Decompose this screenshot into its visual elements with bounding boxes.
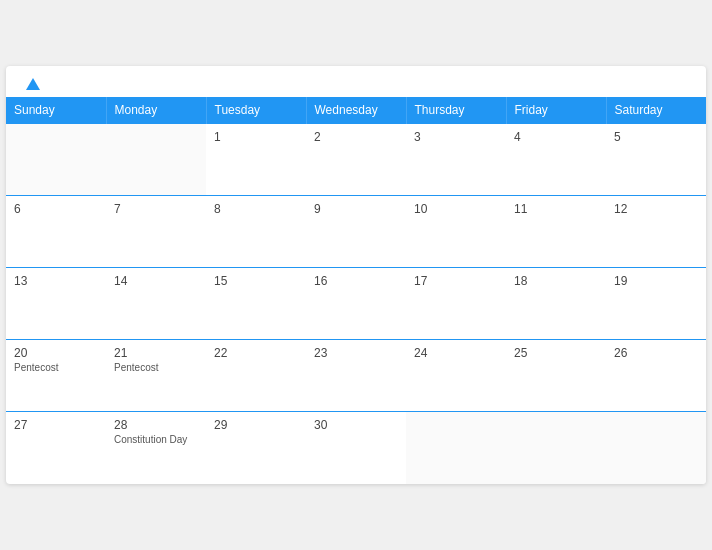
weekday-header-sunday: Sunday xyxy=(6,97,106,124)
calendar-cell: 12 xyxy=(606,196,706,268)
calendar-cell: 3 xyxy=(406,124,506,196)
calendar-table: SundayMondayTuesdayWednesdayThursdayFrid… xyxy=(6,97,706,484)
day-number: 13 xyxy=(14,274,98,288)
calendar-cell: 17 xyxy=(406,268,506,340)
calendar-cell: 11 xyxy=(506,196,606,268)
day-number: 24 xyxy=(414,346,498,360)
day-number: 8 xyxy=(214,202,298,216)
day-number: 12 xyxy=(614,202,698,216)
weekday-header-row: SundayMondayTuesdayWednesdayThursdayFrid… xyxy=(6,97,706,124)
day-number: 28 xyxy=(114,418,198,432)
calendar-cell: 6 xyxy=(6,196,106,268)
calendar-cell xyxy=(606,412,706,484)
weekday-header-monday: Monday xyxy=(106,97,206,124)
day-number: 16 xyxy=(314,274,398,288)
calendar-thead: SundayMondayTuesdayWednesdayThursdayFrid… xyxy=(6,97,706,124)
day-number: 18 xyxy=(514,274,598,288)
calendar-cell: 19 xyxy=(606,268,706,340)
weekday-header-wednesday: Wednesday xyxy=(306,97,406,124)
calendar-cell: 28Constitution Day xyxy=(106,412,206,484)
calendar-cell: 22 xyxy=(206,340,306,412)
day-number: 21 xyxy=(114,346,198,360)
logo-blue-text xyxy=(22,78,40,89)
day-number: 9 xyxy=(314,202,398,216)
day-number: 7 xyxy=(114,202,198,216)
calendar-cell: 1 xyxy=(206,124,306,196)
day-number: 20 xyxy=(14,346,98,360)
calendar-cell: 30 xyxy=(306,412,406,484)
week-row-1: 12345 xyxy=(6,124,706,196)
calendar-cell: 20Pentecost xyxy=(6,340,106,412)
day-number: 6 xyxy=(14,202,98,216)
day-number: 17 xyxy=(414,274,498,288)
day-number: 14 xyxy=(114,274,198,288)
week-row-2: 6789101112 xyxy=(6,196,706,268)
calendar-cell: 29 xyxy=(206,412,306,484)
calendar-cell: 13 xyxy=(6,268,106,340)
holiday-label: Pentecost xyxy=(14,362,98,373)
calendar-cell: 21Pentecost xyxy=(106,340,206,412)
holiday-label: Constitution Day xyxy=(114,434,198,445)
day-number: 27 xyxy=(14,418,98,432)
day-number: 22 xyxy=(214,346,298,360)
calendar-cell: 9 xyxy=(306,196,406,268)
logo-triangle-icon xyxy=(26,78,40,90)
calendar-cell: 14 xyxy=(106,268,206,340)
day-number: 1 xyxy=(214,130,298,144)
calendar-cell: 8 xyxy=(206,196,306,268)
calendar-cell: 4 xyxy=(506,124,606,196)
calendar-cell: 16 xyxy=(306,268,406,340)
day-number: 3 xyxy=(414,130,498,144)
weekday-header-thursday: Thursday xyxy=(406,97,506,124)
calendar: SundayMondayTuesdayWednesdayThursdayFrid… xyxy=(6,66,706,484)
day-number: 5 xyxy=(614,130,698,144)
week-row-5: 2728Constitution Day2930 xyxy=(6,412,706,484)
day-number: 11 xyxy=(514,202,598,216)
day-number: 29 xyxy=(214,418,298,432)
holiday-label: Pentecost xyxy=(114,362,198,373)
calendar-cell xyxy=(506,412,606,484)
day-number: 19 xyxy=(614,274,698,288)
week-row-3: 13141516171819 xyxy=(6,268,706,340)
calendar-cell: 26 xyxy=(606,340,706,412)
calendar-cell: 18 xyxy=(506,268,606,340)
day-number: 30 xyxy=(314,418,398,432)
calendar-cell xyxy=(406,412,506,484)
calendar-header xyxy=(6,66,706,97)
day-number: 10 xyxy=(414,202,498,216)
weekday-header-tuesday: Tuesday xyxy=(206,97,306,124)
calendar-cell: 23 xyxy=(306,340,406,412)
day-number: 25 xyxy=(514,346,598,360)
day-number: 4 xyxy=(514,130,598,144)
calendar-cell: 10 xyxy=(406,196,506,268)
calendar-cell xyxy=(106,124,206,196)
day-number: 23 xyxy=(314,346,398,360)
week-row-4: 20Pentecost21Pentecost2223242526 xyxy=(6,340,706,412)
calendar-cell xyxy=(6,124,106,196)
logo xyxy=(22,78,40,89)
calendar-cell: 5 xyxy=(606,124,706,196)
calendar-cell: 2 xyxy=(306,124,406,196)
day-number: 2 xyxy=(314,130,398,144)
day-number: 26 xyxy=(614,346,698,360)
calendar-cell: 25 xyxy=(506,340,606,412)
weekday-header-friday: Friday xyxy=(506,97,606,124)
calendar-cell: 27 xyxy=(6,412,106,484)
calendar-cell: 24 xyxy=(406,340,506,412)
calendar-cell: 15 xyxy=(206,268,306,340)
calendar-cell: 7 xyxy=(106,196,206,268)
weekday-header-saturday: Saturday xyxy=(606,97,706,124)
day-number: 15 xyxy=(214,274,298,288)
calendar-body: 1234567891011121314151617181920Pentecost… xyxy=(6,124,706,484)
